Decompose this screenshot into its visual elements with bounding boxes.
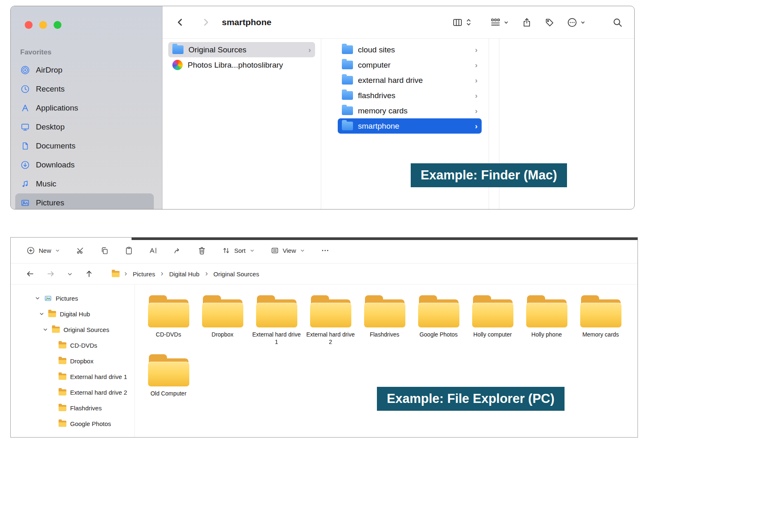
- tree-item-pictures[interactable]: Pictures: [11, 290, 134, 306]
- tree-item-flashdrives[interactable]: Flashdrives: [11, 400, 134, 416]
- sidebar-item-desktop[interactable]: Desktop: [11, 118, 162, 137]
- copy-button[interactable]: [100, 246, 109, 255]
- folder-icon: [342, 91, 353, 100]
- view-switcher-chevrons-icon[interactable]: [465, 18, 472, 27]
- tree-item-google-photos[interactable]: Google Photos: [11, 416, 134, 431]
- view-button[interactable]: View: [271, 246, 305, 255]
- up-button[interactable]: [85, 269, 94, 278]
- favorites-heading: Favorites: [20, 48, 162, 56]
- forward-button[interactable]: [200, 17, 211, 28]
- sidebar-item-label: Desktop: [36, 122, 65, 132]
- rename-button[interactable]: [149, 246, 158, 255]
- search-icon[interactable]: [612, 17, 623, 28]
- sidebar-item-applications[interactable]: Applications: [11, 99, 162, 118]
- chevron-down-icon[interactable]: [35, 295, 40, 301]
- folder-tile-external-hard-drive-2[interactable]: External hard drive 2: [304, 295, 358, 346]
- breadcrumb-item-digital-hub[interactable]: Digital Hub: [168, 269, 200, 279]
- chevron-right-icon: [475, 91, 478, 100]
- tree-item-external-hard-drive-2[interactable]: External hard drive 2: [11, 384, 134, 400]
- tree-item-external-hard-drive-1[interactable]: External hard drive 1: [11, 369, 134, 384]
- sidebar-item-downloads[interactable]: Downloads: [11, 155, 162, 174]
- more-options-icon[interactable]: [567, 17, 577, 28]
- folder-tile-holly-computer[interactable]: Holly computer: [466, 295, 520, 346]
- folder-tile-google-photos[interactable]: Google Photos: [412, 295, 466, 346]
- folder-icon: [342, 45, 353, 54]
- breadcrumb-item-original-sources[interactable]: Original Sources: [213, 269, 260, 279]
- new-button[interactable]: New: [26, 246, 60, 255]
- column-item-external-hard-drive[interactable]: external hard drive: [338, 73, 482, 88]
- folder-label: Dropbox: [212, 331, 233, 338]
- tree-item-label: Digital Hub: [60, 311, 90, 318]
- tag-icon[interactable]: [544, 17, 555, 28]
- chevron-down-icon[interactable]: [580, 19, 586, 26]
- folder-tile-cd-dvds[interactable]: CD-DVDs: [141, 295, 195, 346]
- chevron-down-icon[interactable]: [503, 19, 509, 26]
- pictures-icon: [44, 294, 52, 302]
- chevron-right-icon: [475, 76, 478, 85]
- paste-button[interactable]: [125, 246, 133, 255]
- back-button[interactable]: [175, 17, 186, 28]
- folder-tile-flashdrives[interactable]: Flashdrives: [358, 295, 412, 346]
- explorer-navbar: Pictures Digital Hub Original Sources: [11, 264, 638, 285]
- folder-tile-dropbox[interactable]: Dropbox: [195, 295, 249, 346]
- column-item-flashdrives[interactable]: flashdrives: [338, 88, 482, 103]
- folder-tile-holly-phone[interactable]: Holly phone: [520, 295, 574, 346]
- sort-button[interactable]: Sort: [222, 246, 255, 255]
- sidebar-item-airdrop[interactable]: AirDrop: [11, 61, 162, 80]
- column-item-smartphone[interactable]: smartphone: [338, 118, 482, 134]
- tree-item-original-sources[interactable]: Original Sources: [11, 322, 134, 337]
- tree-item-digital-hub[interactable]: Digital Hub: [11, 306, 134, 322]
- folder-tile-old-computer[interactable]: Old Computer: [141, 354, 195, 397]
- close-window-button[interactable]: [25, 21, 33, 29]
- zoom-window-button[interactable]: [54, 21, 61, 29]
- chevron-down-icon: [300, 248, 305, 253]
- chevron-down-icon[interactable]: [42, 327, 48, 332]
- tree-item-label: External hard drive 1: [70, 373, 127, 380]
- cut-button[interactable]: [76, 246, 85, 255]
- sort-arrows-icon: [222, 246, 231, 255]
- sidebar-item-recents[interactable]: Recents: [11, 80, 162, 99]
- column-item-photos-library[interactable]: Photos Libra...photoslibrary: [168, 57, 315, 73]
- folder-label: Old Computer: [151, 390, 186, 397]
- finder-column-1: Original Sources Photos Libra...photosli…: [162, 39, 321, 209]
- folder-label: Google Photos: [419, 331, 458, 338]
- column-item-label: flashdrives: [358, 91, 395, 100]
- folder-tile-memory-cards[interactable]: Memory cards: [574, 295, 628, 346]
- minimize-window-button[interactable]: [39, 21, 47, 29]
- view-icon: [271, 246, 279, 255]
- group-by-icon[interactable]: [490, 17, 501, 28]
- breadcrumb-item-pictures[interactable]: Pictures: [132, 269, 156, 279]
- column-item-cloud-sites[interactable]: cloud sites: [338, 42, 482, 57]
- column-item-label: memory cards: [358, 106, 407, 115]
- back-button[interactable]: [26, 269, 35, 278]
- tree-item-dropbox[interactable]: Dropbox: [11, 353, 134, 369]
- column-item-label: external hard drive: [358, 76, 423, 85]
- breadcrumb: Pictures Digital Hub Original Sources: [112, 269, 260, 279]
- recent-locations-chevron-icon[interactable]: [67, 271, 73, 277]
- chevron-down-icon[interactable]: [39, 311, 45, 317]
- tree-item-label: External hard drive 2: [70, 389, 127, 396]
- tree-item-cd-dvds[interactable]: CD-DVDs: [11, 337, 134, 353]
- share-button[interactable]: [173, 246, 182, 255]
- folder-icon: [112, 271, 120, 277]
- view-button-label: View: [283, 247, 296, 254]
- sidebar-item-pictures[interactable]: Pictures: [15, 193, 154, 210]
- sidebar-item-music[interactable]: Music: [11, 174, 162, 193]
- rename-icon: [149, 246, 158, 255]
- column-item-memory-cards[interactable]: memory cards: [338, 103, 482, 118]
- column-view-icon[interactable]: [452, 17, 463, 28]
- column-item-computer[interactable]: computer: [338, 57, 482, 73]
- folder-icon: [526, 295, 567, 327]
- delete-button[interactable]: [198, 246, 206, 255]
- sidebar-item-label: AirDrop: [36, 66, 62, 75]
- chevron-right-icon: [475, 106, 478, 115]
- share-icon[interactable]: [522, 17, 532, 28]
- sidebar-item-documents[interactable]: Documents: [11, 137, 162, 155]
- column-item-original-sources[interactable]: Original Sources: [168, 42, 315, 57]
- folder-tile-external-hard-drive-1[interactable]: External hard drive 1: [249, 295, 304, 346]
- airdrop-icon: [20, 66, 30, 75]
- more-options-button[interactable]: [321, 246, 329, 255]
- share-arrow-icon: [173, 246, 182, 255]
- forward-button[interactable]: [46, 269, 55, 278]
- folder-icon: [59, 389, 66, 395]
